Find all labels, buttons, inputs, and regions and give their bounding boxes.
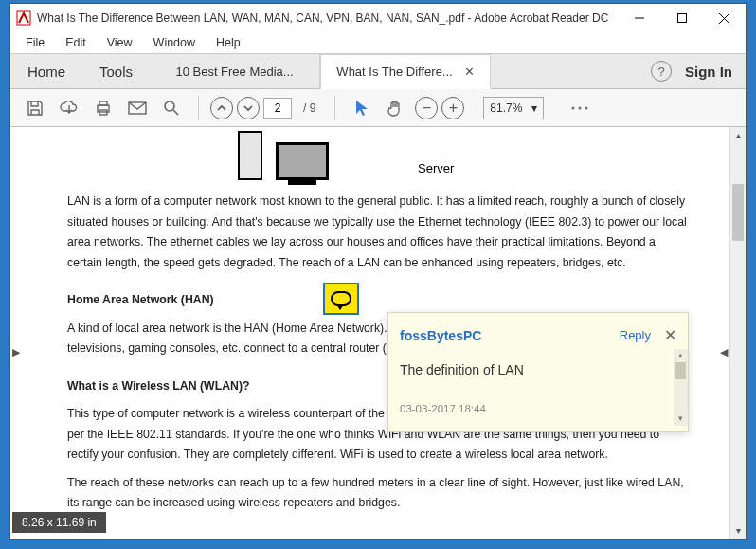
scroll-down-icon[interactable]: ▾ [730, 522, 746, 539]
svg-point-12 [579, 106, 582, 109]
heading-han: Home Area Network (HAN) [67, 290, 689, 311]
page-up-icon[interactable] [210, 97, 233, 119]
page-content: Server LAN is a form of a computer netwo… [48, 127, 708, 539]
zoom-dropdown[interactable]: 81.7% ▾ [483, 97, 544, 119]
page-down-icon[interactable] [237, 97, 260, 119]
titlebar: What Is The Difference Between LAN, WAN,… [10, 4, 746, 32]
svg-rect-6 [99, 101, 107, 105]
chevron-down-icon: ▾ [531, 101, 537, 115]
scroll-thumb[interactable] [732, 184, 744, 241]
zoom-in-icon[interactable]: + [441, 97, 464, 119]
comment-body: The definition of LAN [388, 355, 688, 393]
tab-home[interactable]: Home [10, 54, 82, 88]
pointer-icon[interactable] [347, 93, 377, 123]
menu-edit[interactable]: Edit [58, 34, 94, 51]
app-icon [16, 10, 31, 26]
print-icon[interactable] [88, 93, 118, 123]
pc-tower-illus [238, 131, 262, 180]
scroll-up-icon[interactable]: ▴ [730, 127, 746, 143]
paragraph: LAN is a form of a computer network most… [67, 192, 689, 273]
search-icon[interactable] [156, 93, 187, 123]
tab-document-2[interactable]: What Is The Differe... ✕ [320, 54, 491, 89]
menu-view[interactable]: View [99, 34, 140, 51]
svg-point-11 [572, 106, 575, 109]
scroll-thumb[interactable] [675, 362, 686, 379]
page-total-label: / 9 [296, 101, 323, 115]
maximize-button[interactable] [660, 4, 703, 32]
comment-scrollbar[interactable]: ▴ ▾ [674, 349, 688, 426]
tabbar: Home Tools 10 Best Free Media... What Is… [10, 53, 746, 89]
comment-popup: fossBytesPC Reply ✕ The definition of LA… [387, 312, 689, 432]
window-controls [618, 4, 746, 32]
more-icon[interactable] [565, 93, 595, 123]
menubar: File Edit View Window Help [10, 32, 746, 53]
svg-point-13 [585, 106, 588, 109]
scroll-down-icon[interactable]: ▾ [674, 412, 688, 426]
window-title: What Is The Difference Between LAN, WAN,… [37, 11, 618, 25]
save-icon[interactable] [20, 93, 50, 123]
mail-icon[interactable] [122, 93, 153, 123]
cloud-icon[interactable] [54, 93, 84, 123]
sticky-note-icon[interactable] [323, 283, 359, 315]
tab-close-icon[interactable]: ✕ [464, 64, 475, 79]
sign-in-button[interactable]: Sign In [685, 64, 732, 80]
document-viewport: ▶ ◀ Server LAN is a form of a computer n… [10, 127, 746, 539]
panel-expand-left[interactable]: ▶ [10, 333, 22, 371]
svg-rect-2 [677, 14, 686, 23]
app-window: What Is The Difference Between LAN, WAN,… [9, 3, 747, 540]
comment-author: fossBytesPC [400, 324, 620, 348]
help-icon[interactable]: ? [651, 61, 672, 82]
tab-tools[interactable]: Tools [82, 54, 150, 88]
comment-timestamp: 03-03-2017 18:44 [388, 393, 688, 431]
menu-window[interactable]: Window [146, 34, 203, 51]
svg-line-10 [173, 110, 178, 115]
toolbar: / 9 − + 81.7% ▾ [10, 89, 746, 127]
close-button[interactable] [703, 4, 746, 32]
comment-close-icon[interactable]: ✕ [664, 322, 676, 349]
vertical-scrollbar[interactable]: ▴ ▾ [729, 127, 746, 539]
comment-reply-link[interactable]: Reply [620, 325, 651, 347]
page-number-input[interactable] [263, 98, 292, 119]
paragraph: The reach of these networks can reach up… [67, 473, 689, 514]
tab-document-1[interactable]: 10 Best Free Media... [150, 54, 320, 88]
pc-monitor-illus [276, 142, 329, 180]
zoom-out-icon[interactable]: − [415, 97, 438, 119]
menu-help[interactable]: Help [208, 34, 248, 51]
hand-icon[interactable] [381, 93, 411, 123]
panel-expand-right[interactable]: ◀ [718, 333, 729, 371]
page-dimensions-badge: 8.26 x 11.69 in [12, 512, 106, 533]
scroll-up-icon[interactable]: ▴ [674, 349, 688, 362]
illustration: Server [238, 131, 689, 180]
server-illus: Server [418, 158, 454, 180]
minimize-button[interactable] [618, 4, 660, 32]
svg-point-9 [165, 101, 174, 111]
menu-file[interactable]: File [18, 34, 52, 51]
